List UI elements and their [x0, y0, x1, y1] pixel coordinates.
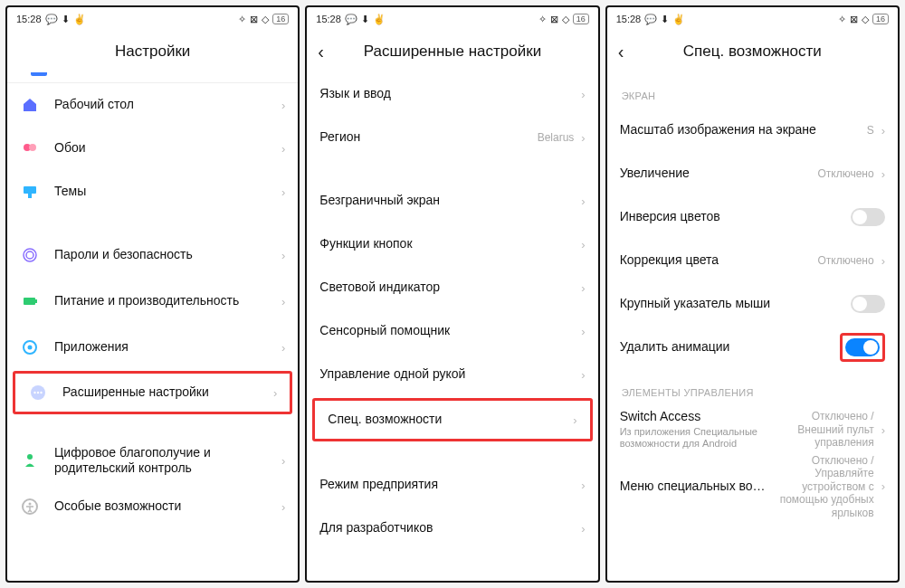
- back-button[interactable]: ‹: [618, 42, 624, 62]
- vibrate-icon: ✧: [238, 14, 246, 25]
- wellbeing-icon: [20, 450, 40, 470]
- row-label: Особые возможности: [54, 498, 274, 515]
- chevron-right-icon: ›: [273, 386, 277, 400]
- chevron-right-icon: ›: [881, 167, 885, 181]
- header: Настройки: [7, 31, 298, 72]
- header: ‹ Спец. возможности: [607, 31, 898, 72]
- row-power[interactable]: Питание и производительность ›: [7, 277, 298, 326]
- row-buttons[interactable]: Функции кнопок ›: [307, 223, 597, 266]
- row-wallpaper[interactable]: Обои ›: [7, 127, 298, 170]
- cancel-box-icon: ⊠: [250, 14, 258, 25]
- row-themes[interactable]: Темы ›: [7, 170, 298, 213]
- row-label: Увеличение: [620, 166, 818, 182]
- chevron-right-icon: ›: [573, 413, 576, 427]
- row-developer[interactable]: Для разработчиков ›: [307, 507, 597, 550]
- section-gap: [307, 159, 597, 179]
- row-switch-access[interactable]: Switch Access Из приложения Специальные …: [607, 405, 898, 454]
- svg-point-5: [26, 251, 33, 259]
- row-label: Цифровое благополучие и родительский кон…: [54, 445, 274, 477]
- svg-rect-3: [28, 194, 32, 198]
- row-assist[interactable]: Сенсорный помощник ›: [307, 309, 597, 353]
- chat-icon: 💬: [644, 14, 657, 25]
- svg-rect-6: [24, 298, 35, 305]
- row-invert[interactable]: Инверсия цветов: [607, 195, 898, 239]
- chevron-right-icon: ›: [881, 124, 885, 138]
- row-value: Отключено / Управляйте устройством с пом…: [766, 454, 874, 519]
- row-label: Приложения: [54, 339, 274, 356]
- phone-panel-1: 15:28 💬 ⬇ ✌ ✧ ⊠ ◇ 16 Настройки Рабочий с…: [5, 5, 300, 583]
- row-region[interactable]: Регион Belarus ›: [307, 116, 597, 159]
- row-apps[interactable]: Приложения ›: [7, 326, 298, 369]
- chat-icon: 💬: [45, 14, 58, 25]
- row-value: Отключено: [817, 167, 873, 180]
- row-label: Язык и ввод: [319, 86, 574, 102]
- gear-icon: [20, 337, 40, 357]
- battery-icon: 16: [272, 14, 289, 24]
- row-remove-animations[interactable]: Удалить анимации: [607, 326, 898, 369]
- toggle-pointer[interactable]: [851, 295, 885, 313]
- page-title: Настройки: [115, 43, 190, 61]
- status-left: 15:28 💬 ⬇ ✌: [16, 14, 86, 25]
- row-large-pointer[interactable]: Крупный указатель мыши: [607, 282, 898, 326]
- phone-panel-3: 15:28 💬 ⬇ ✌ ✧ ⊠ ◇ 16 ‹ Спец. возможности…: [605, 5, 900, 583]
- toggle-animations[interactable]: [845, 338, 880, 356]
- accessibility-icon: [20, 497, 40, 517]
- row-value: Belarus: [538, 131, 575, 144]
- svg-rect-2: [24, 186, 36, 194]
- row-special[interactable]: Особые возможности ›: [7, 485, 298, 528]
- svg-point-16: [29, 503, 32, 506]
- row-zoom[interactable]: Увеличение Отключено ›: [607, 152, 898, 195]
- row-label: Управление одной рукой: [319, 366, 574, 383]
- status-bar: 15:28 💬 ⬇ ✌ ✧ ⊠ ◇ 16: [7, 7, 298, 31]
- row-enterprise[interactable]: Режим предприятия ›: [307, 463, 597, 507]
- status-left: 15:28 💬 ⬇ ✌: [616, 14, 686, 25]
- status-time: 15:28: [616, 14, 642, 24]
- row-desktop[interactable]: Рабочий стол ›: [7, 83, 298, 127]
- hand-icon: ✌: [73, 14, 86, 25]
- battery-icon: 16: [872, 14, 889, 24]
- row-label: Световой индикатор: [319, 280, 574, 296]
- row-value: Отключено: [817, 254, 873, 267]
- row-label: Меню специальных во…: [620, 479, 766, 495]
- dots-icon: [28, 383, 48, 403]
- back-button[interactable]: ‹: [318, 42, 324, 62]
- row-fullscreen[interactable]: Безграничный экран ›: [307, 179, 597, 223]
- svg-point-14: [27, 454, 33, 460]
- row-led[interactable]: Световой индикатор ›: [307, 266, 597, 309]
- row-advanced[interactable]: Расширенные настройки ›: [13, 371, 292, 414]
- svg-point-13: [40, 392, 42, 394]
- row-label: Режим предприятия: [319, 477, 574, 493]
- chevron-right-icon: ›: [881, 254, 885, 268]
- row-title: Switch Access: [620, 409, 700, 423]
- chevron-right-icon: ›: [581, 368, 585, 382]
- row-accessibility[interactable]: Спец. возможности ›: [312, 398, 592, 441]
- row-label: Темы: [54, 184, 274, 200]
- chevron-right-icon: ›: [281, 249, 285, 262]
- chevron-right-icon: ›: [581, 281, 585, 295]
- row-onehand[interactable]: Управление одной рукой ›: [307, 353, 597, 396]
- settings-list: Рабочий стол › Обои › Темы › Пароли и бе…: [7, 72, 298, 581]
- row-label: Расширенные настройки: [62, 384, 266, 401]
- section-gap: [7, 213, 298, 233]
- home-icon: [20, 95, 40, 115]
- row-color-correction[interactable]: Коррекция цвета Отключено ›: [607, 239, 898, 282]
- row-accessibility-menu[interactable]: Меню специальных во… Отключено / Управля…: [607, 454, 898, 519]
- brush-icon: [20, 182, 40, 202]
- svg-point-4: [24, 249, 36, 261]
- flower-icon: [20, 138, 40, 158]
- page-title: Спец. возможности: [683, 43, 822, 61]
- row-language[interactable]: Язык и ввод ›: [307, 72, 597, 116]
- row-label: Удалить анимации: [620, 339, 833, 356]
- row-wellbeing[interactable]: Цифровое благополучие и родительский кон…: [7, 436, 298, 485]
- chevron-right-icon: ›: [881, 479, 885, 493]
- accessibility-list: ЭКРАН Масштаб изображения на экране S › …: [607, 72, 898, 581]
- row-passwords[interactable]: Пароли и безопасность ›: [7, 233, 298, 277]
- chevron-right-icon: ›: [281, 185, 285, 199]
- row-scale[interactable]: Масштаб изображения на экране S ›: [607, 109, 898, 152]
- status-time: 15:28: [16, 14, 42, 24]
- hand-icon: ✌: [373, 14, 386, 25]
- row-label: Спец. возможности: [328, 412, 566, 428]
- chevron-right-icon: ›: [281, 142, 285, 156]
- toggle-invert[interactable]: [851, 208, 885, 226]
- status-left: 15:28 💬 ⬇ ✌: [316, 14, 386, 25]
